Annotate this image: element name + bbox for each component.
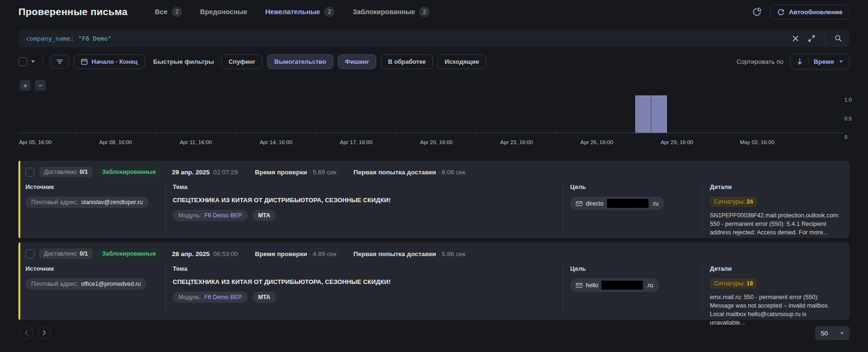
y-axis-tick-label: 0 bbox=[844, 134, 847, 140]
quick-filters-label: Быстрые фильтры bbox=[153, 58, 214, 65]
chip-spoofing[interactable]: Спуфинг bbox=[221, 54, 262, 69]
email-card[interactable]: Доставлено: 0/1 Заблокированные 28 апр. … bbox=[18, 242, 850, 320]
x-axis-tick bbox=[236, 130, 236, 133]
check-time-stat: Время проверки · 5.69 сек bbox=[255, 169, 337, 176]
email-time: 02:07:29 bbox=[213, 169, 238, 176]
filter-divider bbox=[42, 56, 43, 67]
auto-refresh-button[interactable]: Автообновление bbox=[770, 5, 850, 19]
tab-all-count: 2 bbox=[172, 7, 182, 17]
signatures-badge[interactable]: Сигнатуры:18 bbox=[710, 278, 757, 289]
x-axis-tick bbox=[156, 130, 156, 133]
tab-malicious[interactable]: Вредоносные bbox=[200, 8, 247, 16]
severity-strip bbox=[18, 161, 20, 238]
prev-page-button[interactable] bbox=[20, 326, 33, 339]
chart-bar bbox=[651, 95, 667, 133]
tab-unwanted-count: 2 bbox=[324, 7, 335, 17]
x-axis-tick-label: Apr 29, 16:00 bbox=[661, 139, 693, 145]
page-size-select[interactable]: 50 bbox=[815, 326, 850, 340]
query-value: "F6 Demo" bbox=[78, 35, 111, 42]
date-range-button[interactable]: Начало - Конец bbox=[74, 54, 145, 69]
row-checkbox[interactable] bbox=[25, 249, 34, 258]
x-axis-tick bbox=[476, 130, 477, 133]
chart-y-axis-labels: 1.00.50 bbox=[844, 92, 863, 136]
subject-header: Тема bbox=[173, 265, 563, 272]
chart-zoom-controls: + − bbox=[20, 80, 46, 91]
filter-settings-button[interactable] bbox=[51, 55, 69, 69]
email-date: 28 апр. 202506:53:00 bbox=[172, 250, 238, 258]
email-card[interactable]: Доставлено: 0/1 Заблокированные 29 апр. … bbox=[18, 161, 850, 238]
mta-pill[interactable]: MTA bbox=[253, 210, 276, 221]
select-all-checkbox[interactable] bbox=[18, 57, 27, 66]
delivered-badge: Доставлено: 0/1 bbox=[39, 249, 93, 259]
clear-search-icon[interactable] bbox=[792, 35, 799, 42]
tab-unwanted[interactable]: Нежелательные 2 bbox=[265, 7, 335, 17]
tab-blocked[interactable]: Заблокированные 2 bbox=[353, 7, 430, 17]
search-query[interactable]: company_name:"F6 Demo" bbox=[26, 35, 111, 42]
next-page-button[interactable] bbox=[38, 326, 51, 339]
email-card-header: Доставлено: 0/1 Заблокированные 29 апр. … bbox=[18, 161, 850, 177]
chart-x-axis bbox=[18, 133, 842, 133]
details-text: SN1PEPF00036F42.mail.protection.outlook.… bbox=[710, 212, 838, 237]
mta-pill[interactable]: MTA bbox=[253, 292, 276, 303]
x-axis-tick bbox=[717, 130, 717, 133]
status-badge: Заблокированные bbox=[97, 167, 160, 177]
envelope-icon bbox=[576, 201, 582, 206]
email-subject: СПЕЦТЕХНИКА ИЗ КИТАЯ ОТ ДИСТРИБЬЮТОРА, С… bbox=[173, 197, 563, 204]
target-header: Цель bbox=[570, 183, 702, 190]
x-axis-tick bbox=[396, 130, 397, 133]
target-address-pill[interactable]: hello.ru bbox=[570, 278, 659, 292]
chart-plot[interactable] bbox=[18, 92, 842, 133]
first-attempt-stat: Первая попытка доставки · 8.06 сек bbox=[354, 169, 465, 176]
x-axis-tick-label: Apr 05, 16:00 bbox=[19, 139, 51, 145]
email-card-body: Источник Почтовый адрес: office1@promedv… bbox=[18, 259, 850, 317]
subject-column: Тема СПЕЦТЕХНИКА ИЗ КИТАЯ ОТ ДИСТРИБЬЮТО… bbox=[165, 183, 563, 232]
tab-malicious-label: Вредоносные bbox=[200, 8, 247, 16]
x-axis-tick-label: Apr 14, 16:00 bbox=[260, 139, 292, 145]
chip-ransom[interactable]: Вымогательство bbox=[267, 54, 333, 69]
chip-phishing[interactable]: Фишинг bbox=[338, 54, 376, 69]
email-date: 29 апр. 202502:07:29 bbox=[172, 169, 238, 176]
x-axis-tick-label: Apr 17, 16:00 bbox=[340, 139, 372, 145]
search-icon[interactable] bbox=[834, 34, 842, 42]
target-address-pill[interactable]: directo.ru bbox=[570, 197, 664, 210]
search-bar[interactable]: company_name:"F6 Demo" bbox=[18, 29, 850, 47]
signatures-badge[interactable]: Сигнатуры:24 bbox=[710, 197, 757, 207]
select-all-caret-icon[interactable] bbox=[31, 60, 35, 63]
chip-in-progress[interactable]: В обработке bbox=[381, 54, 433, 69]
auto-refresh-label: Автообновление bbox=[789, 9, 843, 16]
y-axis-tick-label: 0.5 bbox=[844, 116, 851, 121]
redacted-block bbox=[607, 199, 649, 208]
chip-outgoing[interactable]: Исходящие bbox=[438, 54, 486, 69]
row-checkbox[interactable] bbox=[25, 168, 34, 177]
details-text: emx.mail.ru: 550 - permanent error (550)… bbox=[710, 293, 838, 327]
search-bar-actions bbox=[792, 33, 842, 43]
query-key: company_name: bbox=[26, 35, 74, 42]
severity-strip bbox=[18, 242, 20, 320]
refresh-icon bbox=[777, 9, 784, 16]
module-pill[interactable]: Модуль: F6 Demo BEP bbox=[173, 210, 248, 221]
y-axis-tick-label: 1.0 bbox=[844, 97, 851, 103]
page-size-caret-icon bbox=[840, 332, 844, 335]
zoom-out-button[interactable]: − bbox=[35, 80, 46, 91]
sort-order-select[interactable]: Время bbox=[790, 53, 850, 69]
zoom-in-button[interactable]: + bbox=[20, 80, 31, 91]
source-address-pill[interactable]: Почтовый адрес: stanislav@zendtoper.ru bbox=[25, 197, 149, 208]
module-pill[interactable]: Модуль: F6 Demo BEP bbox=[173, 292, 248, 303]
sort-direction-icon[interactable] bbox=[797, 58, 803, 65]
sort-controls: Сортировать по Время bbox=[737, 53, 850, 69]
details-header: Детали bbox=[710, 265, 844, 272]
chart-bar bbox=[635, 95, 651, 133]
stats-pie-icon[interactable] bbox=[752, 7, 762, 17]
x-axis-tick-label: Apr 20, 16:00 bbox=[420, 139, 453, 145]
expand-search-icon[interactable] bbox=[808, 35, 815, 42]
x-axis-tick bbox=[556, 130, 557, 133]
top-bar: Проверенные письма Все 2 Вредоносные Неж… bbox=[18, 0, 850, 24]
source-header: Источник bbox=[25, 265, 165, 272]
filter-bar: Начало - Конец Быстрые фильтры Спуфинг В… bbox=[18, 54, 850, 69]
source-address-pill[interactable]: Почтовый адрес: office1@promedved.ru bbox=[25, 278, 146, 290]
tab-all[interactable]: Все 2 bbox=[155, 7, 182, 17]
email-time: 06:53:00 bbox=[213, 250, 238, 258]
details-column: Детали Сигнатуры:18 emx.mail.ru: 550 - p… bbox=[702, 265, 844, 314]
x-axis-tick bbox=[76, 130, 76, 133]
tab-blocked-label: Заблокированные bbox=[353, 8, 415, 16]
